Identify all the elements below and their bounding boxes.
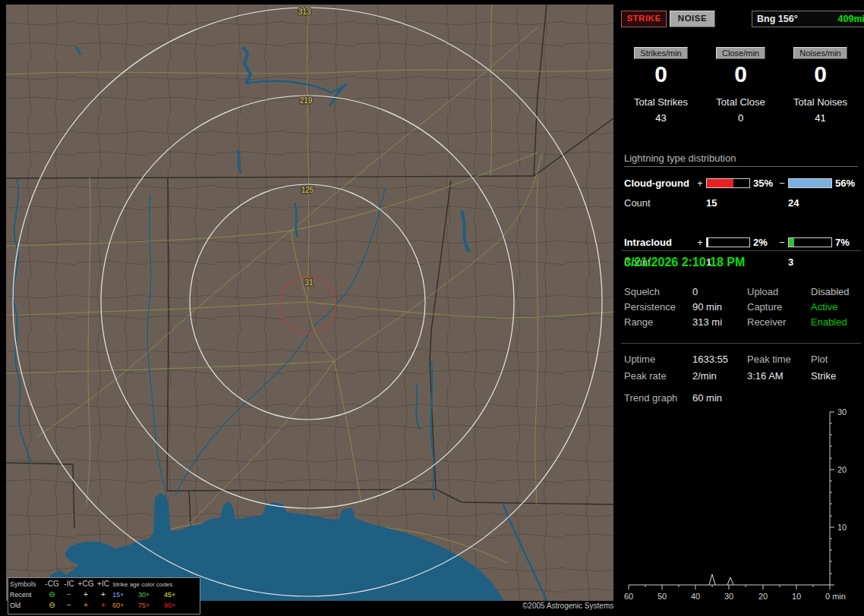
capture-label: Capture xyxy=(747,301,811,313)
cg-minus-sign: − xyxy=(776,178,788,189)
peak-time-label: Peak time xyxy=(747,354,811,365)
strike-rate-trace xyxy=(709,574,733,585)
total-strikes-value: 43 xyxy=(621,112,701,124)
cloud-ground-label: Cloud-ground xyxy=(624,178,694,189)
squelch-value: 0 xyxy=(692,286,747,297)
old-ic-neg-icon: − xyxy=(61,602,77,609)
peak-rate-value: 2/min xyxy=(692,370,747,382)
noises-column: Noises/min 0 Total Noises 41 xyxy=(780,47,860,124)
trend-graph-label: Trend graph xyxy=(624,392,692,404)
cg-minus-count: 24 xyxy=(788,197,832,209)
strikes-column: Strikes/min 0 Total Strikes 43 xyxy=(621,47,701,124)
separator xyxy=(621,343,861,344)
y-tick-10: 10 xyxy=(837,523,847,532)
legend-symbols-header: Symbols xyxy=(10,580,43,588)
age-75: 75+ xyxy=(138,602,164,609)
rate-counters: Strikes/min 0 Total Strikes 43 Close/min… xyxy=(621,47,861,124)
noises-per-min-button[interactable]: Noises/min xyxy=(793,47,847,59)
squelch-label: Squelch xyxy=(624,286,692,297)
legend-col-ic-pos: +IC xyxy=(94,580,112,588)
plot-label: Plot xyxy=(811,354,861,365)
ring-label-313: 313 xyxy=(298,8,311,16)
ic-plus-bar xyxy=(706,237,750,247)
legend-col-cg-pos: +CG xyxy=(77,580,94,588)
legend-recent-label: Recent xyxy=(10,591,43,599)
age-15: 15+ xyxy=(112,591,138,599)
close-per-min-value: 0 xyxy=(701,63,780,86)
ic-minus-count: 3 xyxy=(788,256,832,268)
total-noises-label: Total Noises xyxy=(780,96,860,108)
ic-minus-percent: 7% xyxy=(832,237,858,248)
range-value: 313 mi xyxy=(692,316,747,328)
uptime-value: 1633:55 xyxy=(692,354,747,365)
strikes-per-min-button[interactable]: Strikes/min xyxy=(634,47,687,59)
separator xyxy=(621,250,861,251)
persistence-label: Persistence xyxy=(624,301,692,313)
y-tick-30: 30 xyxy=(837,407,847,416)
date-time-display: 3/21/2026 2:10:18 PM xyxy=(624,256,745,269)
ring-label-125: 125 xyxy=(301,186,314,194)
lightning-map: 313 219 125 31 xyxy=(6,5,613,601)
peak-rate-label: Peak rate xyxy=(624,370,692,382)
strike-legend: Symbols -CG -IC +CG +IC Strike age color… xyxy=(8,577,200,614)
recent-ic-pos-icon: + xyxy=(94,591,112,599)
cg-minus-percent: 56% xyxy=(832,178,858,189)
ic-minus-bar xyxy=(788,237,832,247)
old-ic-pos-icon: + xyxy=(94,602,112,609)
bearing-distance: 409mi xyxy=(838,14,864,24)
nexstorm-window: { "window": {"copyright": "©2005 Astroge… xyxy=(0,0,864,616)
y-tick-20: 20 xyxy=(837,465,847,474)
total-noises-value: 41 xyxy=(780,112,860,124)
distribution-title: Lightning type distribution xyxy=(624,152,858,167)
status-panel: Uptime 1633:55 Peak time Plot Peak rate … xyxy=(624,350,861,384)
legend-age-header: Strike age color codes xyxy=(112,581,190,588)
trend-label-row: Trend graph 60 min xyxy=(624,390,861,405)
age-60: 60+ xyxy=(112,602,138,609)
ring-label-31: 31 xyxy=(304,278,314,287)
ic-plus-sign: + xyxy=(694,237,706,248)
legend-col-ic-neg: -IC xyxy=(61,580,77,588)
close-per-min-button[interactable]: Close/min xyxy=(716,47,765,59)
total-close-label: Total Close xyxy=(701,96,780,108)
noises-per-min-value: 0 xyxy=(780,63,860,86)
age-45: 45+ xyxy=(164,591,190,599)
noise-toggle-button[interactable]: NOISE xyxy=(670,11,715,27)
strike-toggle-button[interactable]: STRIKE xyxy=(621,11,667,27)
cg-plus-bar xyxy=(706,178,750,188)
uptime-label: Uptime xyxy=(624,354,692,365)
cg-plus-count: 15 xyxy=(706,197,750,209)
receiver-label: Receiver xyxy=(747,316,811,328)
total-close-value: 0 xyxy=(701,112,780,124)
cg-plus-sign: + xyxy=(694,178,706,189)
old-cg-neg-icon: ⊖ xyxy=(43,602,61,609)
cg-plus-percent: 35% xyxy=(750,178,776,189)
total-strikes-label: Total Strikes xyxy=(621,96,701,108)
ic-plus-percent: 2% xyxy=(750,237,776,248)
range-label: Range xyxy=(624,316,692,328)
trend-graph-value: 60 min xyxy=(692,392,747,404)
persistence-value: 90 min xyxy=(692,301,747,313)
bearing-readout: Bng 156° 409mi xyxy=(752,11,864,27)
x-tick-0-min: 0 min xyxy=(825,592,846,601)
recent-cg-pos-icon: + xyxy=(77,591,94,599)
age-30: 30+ xyxy=(138,591,164,599)
strikes-per-min-value: 0 xyxy=(621,63,701,86)
capture-value: Active xyxy=(811,301,861,313)
age-90: 90+ xyxy=(164,602,190,609)
x-tick-20: 20 xyxy=(758,592,768,601)
close-column: Close/min 0 Total Close 0 xyxy=(701,47,780,124)
recent-ic-neg-icon: − xyxy=(61,591,77,599)
upload-value: Disabled xyxy=(811,286,861,297)
trend-axes xyxy=(629,412,834,589)
old-cg-pos-icon: + xyxy=(77,602,94,609)
receiver-value: Enabled xyxy=(811,316,861,328)
x-tick-30: 30 xyxy=(724,592,733,601)
cg-minus-bar xyxy=(788,178,832,188)
x-tick-60: 60 xyxy=(624,592,633,601)
x-tick-40: 40 xyxy=(691,592,700,601)
cg-count-label: Count xyxy=(624,197,706,209)
trend-graph: 30 20 10 60 50 40 30 20 10 0 min xyxy=(623,404,859,610)
map-view[interactable]: 313 219 125 31 xyxy=(6,5,613,601)
ring-label-219: 219 xyxy=(300,96,313,105)
legend-col-cg-neg: -CG xyxy=(43,580,61,588)
